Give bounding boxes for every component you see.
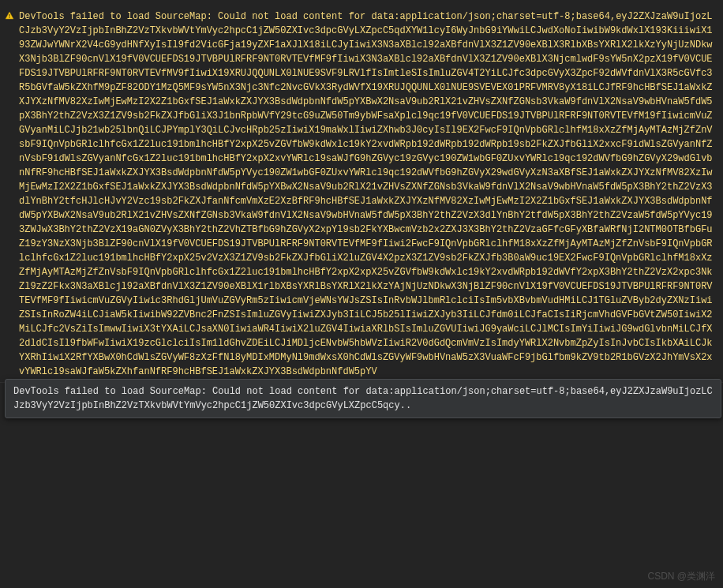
tooltip-text: DevTools failed to load SourceMap: Could… [13,386,713,411]
console-warning-text: DevTools failed to load SourceMap: Could… [19,9,715,379]
warning-icon [5,11,14,21]
console-warning-message[interactable]: DevTools failed to load SourceMap: Could… [0,6,723,383]
svg-rect-1 [9,17,9,18]
svg-rect-0 [9,14,9,17]
watermark: CSDN @类渊洋 [647,570,715,583]
hover-tooltip: DevTools failed to load SourceMap: Could… [5,379,721,418]
